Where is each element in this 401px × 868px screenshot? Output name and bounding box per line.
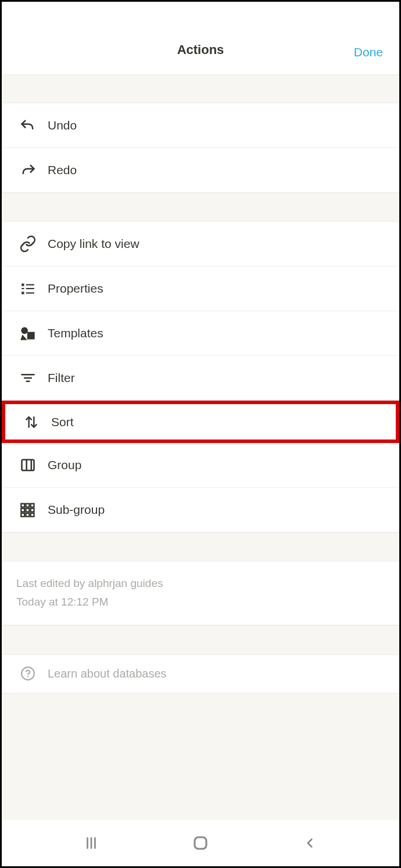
properties-icon bbox=[16, 277, 40, 300]
svg-rect-7 bbox=[27, 332, 35, 340]
section-spacer bbox=[2, 193, 399, 222]
svg-rect-29 bbox=[195, 837, 206, 849]
svg-marker-8 bbox=[20, 334, 27, 340]
android-nav-bar bbox=[2, 820, 399, 866]
edited-time-text: Today at 12:12 PM bbox=[16, 593, 385, 611]
svg-rect-15 bbox=[21, 504, 24, 507]
redo-label: Redo bbox=[48, 163, 77, 177]
svg-rect-17 bbox=[31, 504, 34, 507]
learn-item[interactable]: Learn about databases bbox=[2, 654, 399, 693]
filter-item[interactable]: Filter bbox=[2, 356, 399, 401]
undo-label: Undo bbox=[48, 118, 77, 132]
svg-rect-2 bbox=[22, 288, 24, 289]
undo-icon bbox=[16, 114, 40, 137]
copy-link-item[interactable]: Copy link to view bbox=[2, 222, 399, 266]
svg-rect-5 bbox=[26, 293, 34, 294]
link-icon bbox=[16, 232, 40, 255]
svg-rect-18 bbox=[21, 509, 24, 512]
svg-rect-16 bbox=[26, 504, 30, 507]
svg-rect-19 bbox=[26, 509, 30, 512]
templates-label: Templates bbox=[48, 326, 103, 340]
svg-rect-23 bbox=[31, 513, 34, 517]
section-spacer bbox=[2, 532, 399, 561]
help-icon bbox=[16, 662, 40, 685]
copy-link-label: Copy link to view bbox=[48, 237, 139, 251]
redo-icon bbox=[16, 159, 40, 182]
recent-apps-button[interactable] bbox=[80, 831, 103, 855]
learn-label: Learn about databases bbox=[48, 667, 167, 680]
svg-rect-4 bbox=[22, 291, 24, 294]
svg-rect-1 bbox=[26, 284, 34, 285]
home-button[interactable] bbox=[189, 831, 212, 855]
undo-item[interactable]: Undo bbox=[2, 103, 399, 148]
svg-point-6 bbox=[21, 327, 28, 334]
sort-label: Sort bbox=[51, 415, 74, 429]
svg-rect-22 bbox=[26, 513, 30, 517]
properties-item[interactable]: Properties bbox=[2, 266, 399, 311]
sub-group-label: Sub-group bbox=[48, 503, 105, 517]
svg-rect-0 bbox=[22, 283, 24, 286]
done-button[interactable]: Done bbox=[354, 45, 383, 59]
svg-rect-20 bbox=[31, 509, 34, 512]
templates-icon bbox=[16, 322, 40, 345]
group-item[interactable]: Group bbox=[2, 443, 399, 488]
sort-item[interactable]: Sort bbox=[2, 401, 399, 443]
meta-section: Last edited by alphrjan guides Today at … bbox=[2, 561, 399, 625]
templates-item[interactable]: Templates bbox=[2, 311, 399, 356]
blank-area bbox=[2, 693, 399, 820]
redo-item[interactable]: Redo bbox=[2, 148, 399, 193]
header: Actions Done bbox=[2, 2, 399, 74]
section-spacer bbox=[2, 74, 399, 103]
sort-icon bbox=[20, 410, 43, 434]
group-label: Group bbox=[48, 458, 81, 472]
filter-label: Filter bbox=[48, 371, 75, 385]
group-icon bbox=[16, 453, 40, 477]
svg-rect-3 bbox=[26, 288, 34, 289]
svg-rect-12 bbox=[22, 460, 34, 471]
edited-by-text: Last edited by alphrjan guides bbox=[16, 574, 385, 593]
svg-rect-21 bbox=[21, 513, 24, 517]
properties-label: Properties bbox=[48, 282, 103, 296]
back-button[interactable] bbox=[298, 831, 321, 855]
sub-group-icon bbox=[16, 498, 40, 521]
filter-icon bbox=[16, 366, 40, 390]
sub-group-item[interactable]: Sub-group bbox=[2, 488, 399, 532]
page-title: Actions bbox=[177, 42, 224, 57]
section-spacer bbox=[2, 625, 399, 654]
